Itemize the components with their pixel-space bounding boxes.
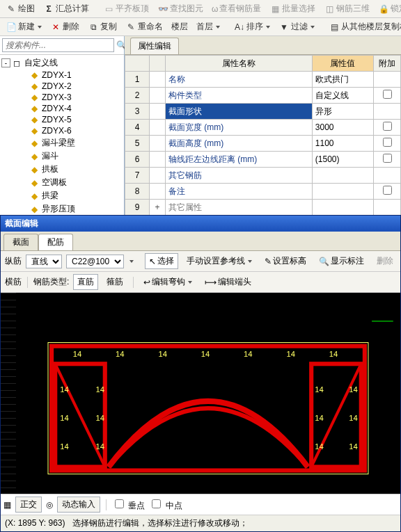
prop-value-cell[interactable] (312, 184, 373, 200)
extra-checkbox[interactable] (383, 90, 392, 99)
long-bar-type-select[interactable]: 直线 (26, 255, 62, 268)
tree-item[interactable]: ◆异形压顶 (0, 202, 124, 215)
tree-item-label[interactable]: 异形压顶 (40, 203, 77, 215)
edit-hook-button[interactable]: ↩编辑弯钩 (139, 274, 196, 290)
tree-item[interactable]: ◆ZDYX-3 (0, 92, 124, 103)
lock-button[interactable]: 🔒锁定 (375, 1, 401, 16)
extra-checkbox[interactable] (383, 138, 392, 147)
tree-item-label[interactable]: ZDYX-3 (40, 92, 73, 102)
set-elevation-button[interactable]: ✎设置标高 (260, 253, 310, 269)
tree-item-label[interactable]: 漏斗 (40, 150, 60, 162)
grid-icon[interactable]: ▦ (3, 500, 11, 510)
prop-value-cell[interactable]: (1500) (312, 152, 373, 168)
copy-button[interactable]: ⧉复制 (85, 19, 120, 34)
tab-section[interactable]: 截面 (3, 234, 38, 250)
batch-select-button[interactable]: ▦批量选择 (267, 1, 318, 16)
tree-item[interactable]: ◆ZDYX-2 (0, 81, 124, 92)
target-icon[interactable]: ◎ (46, 500, 53, 510)
filter-button[interactable]: ▼过滤 (276, 19, 317, 34)
summary-menu[interactable]: Σ汇总计算 (40, 1, 92, 16)
prop-name-cell: 轴线距左边线距离 (mm) (166, 152, 313, 168)
edit-end-button[interactable]: ⟼编辑端头 (200, 274, 255, 290)
select-tool-button[interactable]: ↖选择 (145, 253, 178, 269)
rebar-3d-button[interactable]: ◫钢筋三维 (321, 1, 372, 16)
tab-rebar[interactable]: 配筋 (38, 234, 73, 250)
prop-value-cell[interactable] (312, 168, 373, 184)
stirrup-button[interactable]: 箍筋 (102, 274, 127, 290)
floor-select[interactable]: 首层 (194, 19, 223, 34)
section-editor-title[interactable]: 截面编辑 (1, 216, 400, 232)
tree-item[interactable]: ◆漏斗 (0, 150, 124, 163)
col-propvalue: 属性值 (312, 56, 373, 72)
tree-item-label[interactable]: ZDYX-5 (40, 115, 73, 124)
prop-value-cell[interactable] (312, 200, 373, 216)
svg-text:14: 14 (349, 442, 358, 451)
prop-value-cell[interactable]: 自定义线 (312, 88, 373, 104)
prop-value-cell[interactable]: 欧式拱门 (312, 72, 373, 88)
tree-collapse-icon[interactable]: - (1, 58, 10, 67)
property-row[interactable]: 3截面形状异形 (125, 104, 401, 120)
view-rebar-button[interactable]: ω查看钢筋量 (209, 1, 264, 16)
find-elem-button[interactable]: 👓查找图元 (155, 1, 206, 16)
trans-bar-label: 横筋 (5, 276, 22, 288)
rename-button[interactable]: ✎重命名 (123, 19, 166, 34)
extra-checkbox[interactable] (383, 186, 392, 195)
editor-delete-button[interactable]: 删除 (372, 253, 398, 269)
tree-item[interactable]: ◆ZDYX-4 (0, 103, 124, 114)
property-row[interactable]: 1名称欧式拱门 (125, 72, 401, 88)
chevron-down-icon (129, 260, 134, 263)
col-extra: 附加 (374, 56, 401, 72)
copy-from-floor-button[interactable]: ▤从其他楼层复制构 (326, 19, 401, 34)
property-row[interactable]: 7其它钢筋 (125, 168, 401, 184)
midpoint-snap-toggle[interactable]: 中点 (149, 497, 182, 512)
tree-item[interactable]: ◆漏斗梁壁 (0, 136, 124, 150)
delete-button[interactable]: ✕删除 (47, 19, 82, 34)
tree-item[interactable]: ◆ZDYX-1 (0, 70, 124, 81)
tree-root-label[interactable]: 自定义线 (23, 57, 59, 69)
manual-ref-button[interactable]: 手动设置参考线 (182, 253, 256, 269)
extra-checkbox[interactable] (383, 154, 392, 163)
prop-value-cell[interactable]: 3000 (312, 120, 373, 136)
status-bar: (X: 1895 Y: 963) 选择钢筋进行编辑，选择标注进行修改或移动； (1, 515, 400, 531)
property-row[interactable]: 6轴线距左边线距离 (mm)(1500) (125, 152, 401, 168)
property-row[interactable]: 8备注 (125, 184, 401, 200)
tree-item-label[interactable]: 拱梁 (40, 190, 60, 202)
tree-item[interactable]: ◆空调板 (0, 176, 124, 189)
perp-snap-toggle[interactable]: 垂点 (112, 497, 145, 512)
prop-value-cell[interactable]: 1100 (312, 136, 373, 152)
tree-item[interactable]: ◆ZDYX-6 (0, 125, 124, 136)
tree-item-label[interactable]: 空调板 (40, 177, 68, 188)
tree-item[interactable]: ◆拱板 (0, 163, 124, 176)
item-icon: ◆ (29, 92, 39, 102)
flatten-button[interactable]: ▭平齐板顶 (100, 1, 152, 16)
tab-property-edit[interactable]: 属性编辑 (130, 38, 179, 54)
property-row[interactable]: 9+其它属性 (125, 200, 401, 216)
search-input[interactable] (2, 38, 114, 52)
tree-item-label[interactable]: ZDYX-1 (40, 70, 73, 80)
property-row[interactable]: 5截面高度 (mm)1100 (125, 136, 401, 152)
property-row[interactable]: 4截面宽度 (mm)3000 (125, 120, 401, 136)
tree-item-label[interactable]: 拱板 (40, 163, 60, 175)
editor-toolbar-2: 横筋 钢筋类型: 直筋 箍筋 ↩编辑弯钩 ⟼编辑端头 (1, 272, 400, 293)
sort-button[interactable]: A↓排序 (231, 19, 273, 34)
straight-bar-button[interactable]: 直筋 (73, 274, 98, 290)
tree-item-label[interactable]: ZDYX-6 (40, 126, 73, 136)
property-row[interactable]: 2构件类型自定义线 (125, 88, 401, 104)
drawing-canvas[interactable]: 14 14 14 14 14 14 14 14 14 14 14 14 14 1… (1, 293, 400, 494)
rebar-spec-select[interactable]: C22@100 (66, 255, 124, 268)
tree-item[interactable]: ◆拱梁 (0, 189, 124, 202)
tree-item-label[interactable]: ZDYX-2 (40, 81, 73, 91)
extra-checkbox[interactable] (383, 122, 392, 131)
ortho-toggle[interactable]: 正交 (15, 497, 42, 513)
expand-toggle[interactable]: + (150, 200, 166, 216)
new-button[interactable]: 📄新建 (3, 19, 45, 34)
dynamic-input-toggle[interactable]: 动态输入 (57, 497, 100, 513)
item-icon: ◆ (29, 70, 39, 80)
prop-value-cell[interactable]: 异形 (312, 104, 373, 120)
show-annotation-button[interactable]: 🔍显示标注 (315, 253, 368, 269)
component-tree[interactable]: -◻自定义线◆ZDYX-1◆ZDYX-2◆ZDYX-3◆ZDYX-4◆ZDYX-… (0, 55, 124, 215)
tree-item-label[interactable]: ZDYX-4 (40, 104, 73, 113)
tree-item[interactable]: ◆ZDYX-5 (0, 114, 124, 125)
drawing-menu[interactable]: ✎绘图 (3, 1, 38, 16)
tree-item-label[interactable]: 漏斗梁壁 (40, 137, 77, 149)
